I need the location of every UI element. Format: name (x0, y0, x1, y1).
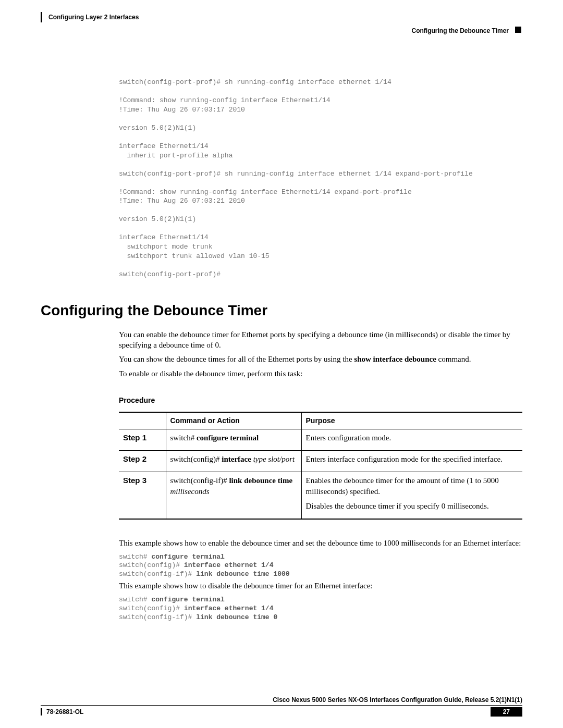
footer-bottom: 78-26881-OL 27 (41, 707, 522, 717)
command-bold: link debounce time (229, 476, 292, 485)
procedure-table: Command or Action Purpose Step 1 switch#… (119, 412, 522, 520)
text-fragment: You can show the debounce times for all … (119, 355, 354, 363)
prompt-text: switch# (170, 434, 197, 442)
section-title-right: Configuring the Debounce Timer (412, 27, 509, 35)
purpose-text: Enters interface configuration mode for … (306, 454, 519, 464)
cli-output-block: switch(config-port-prof)# sh running-con… (119, 78, 522, 279)
command-arg: milliseconds (170, 487, 210, 496)
paragraph: You can show the debounce times for all … (119, 354, 522, 365)
vbar-icon (41, 708, 42, 715)
text-fragment: command. (436, 355, 471, 363)
footer-guide-title: Cisco Nexus 5000 Series NX-OS Interfaces… (41, 696, 522, 706)
prompt-text: switch(config-if)# (119, 613, 196, 621)
cli-input: interface ethernet 1/4 (184, 604, 274, 612)
cli-input: configure terminal (151, 596, 224, 603)
col-header-step (119, 412, 166, 429)
purpose-text: Disables the debounce timer if you speci… (306, 501, 519, 511)
prompt-text: switch(config)# (119, 604, 184, 612)
header-left: Configuring Layer 2 Interfaces (41, 12, 139, 22)
purpose-text: Enters configuration mode. (306, 433, 519, 443)
step-label: Step 1 (119, 429, 166, 450)
section-heading: Configuring the Debounce Timer (41, 301, 522, 320)
col-header-purpose: Purpose (301, 412, 522, 429)
command-cell: switch# configure terminal (166, 429, 301, 450)
table-row: Step 3 switch(config-if)# link debounce … (119, 472, 522, 519)
cli-input: link debounce time 1000 (196, 570, 289, 578)
prompt-text: switch(config-if)# (119, 570, 196, 578)
doc-number: 78-26881-OL (46, 708, 83, 716)
step-label: Step 3 (119, 472, 166, 519)
paragraph: This example shows how to disable the de… (119, 581, 522, 591)
cli-example: switch# configure terminal switch(config… (119, 596, 522, 622)
table-header-row: Command or Action Purpose (119, 412, 522, 429)
purpose-cell: Enters configuration mode. (301, 429, 522, 450)
command-bold: interface (222, 455, 253, 463)
command-cell: switch(config)# interface type slot/port (166, 451, 301, 472)
purpose-text: Enables the debounce timer for the amoun… (306, 475, 519, 497)
marker-icon (514, 26, 522, 36)
table-row: Step 2 switch(config)# interface type sl… (119, 451, 522, 472)
purpose-cell: Enables the debounce timer for the amoun… (301, 472, 522, 519)
prompt-text: switch# (119, 553, 151, 561)
command-bold: configure terminal (197, 434, 259, 442)
prompt-text: switch(config)# (119, 561, 184, 569)
command-name: show interface debounce (354, 355, 436, 363)
vbar-icon (41, 12, 42, 22)
paragraph: You can enable the debounce timer for Et… (119, 330, 522, 350)
body-text: You can enable the debounce timer for Et… (119, 330, 522, 622)
prompt-text: switch(config-if)# (170, 476, 229, 485)
prompt-text: switch(config)# (170, 455, 222, 463)
cli-input: interface ethernet 1/4 (184, 561, 274, 569)
cli-input: link debounce time 0 (196, 613, 277, 621)
page-footer: Cisco Nexus 5000 Series NX-OS Interfaces… (41, 696, 522, 717)
footer-docnum: 78-26881-OL (41, 708, 83, 716)
paragraph: To enable or disable the debounce timer,… (119, 369, 522, 379)
table-row: Step 1 switch# configure terminal Enters… (119, 429, 522, 450)
step-label: Step 2 (119, 451, 166, 472)
paragraph: This example shows how to enable the deb… (119, 538, 522, 549)
command-cell: switch(config-if)# link debounce time mi… (166, 472, 301, 519)
col-header-command: Command or Action (166, 412, 301, 429)
footer-page-number: 27 (491, 707, 522, 717)
chapter-title: Configuring Layer 2 Interfaces (48, 13, 139, 21)
command-arg: type slot/port (253, 455, 295, 463)
procedure-heading: Procedure (119, 396, 522, 405)
cli-example: switch# configure terminal switch(config… (119, 553, 522, 579)
purpose-cell: Enters interface configuration mode for … (301, 451, 522, 472)
cli-input: configure terminal (151, 553, 224, 561)
page-header: Configuring Layer 2 Interfaces Configuri… (41, 0, 522, 36)
header-right: Configuring the Debounce Timer (412, 26, 522, 36)
prompt-text: switch# (119, 596, 151, 603)
